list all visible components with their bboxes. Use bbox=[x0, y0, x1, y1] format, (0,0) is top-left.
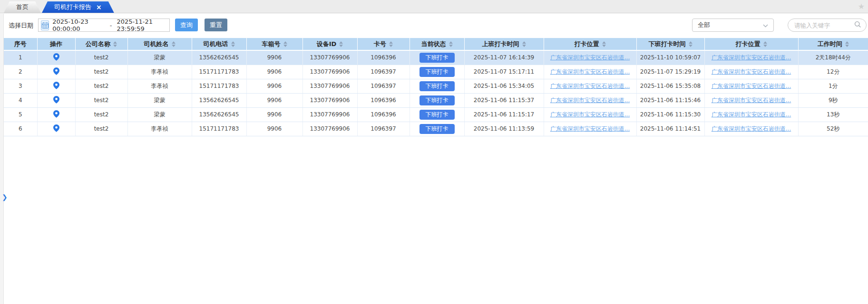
sidebar-expand-chevron-icon[interactable]: ❯ bbox=[2, 194, 8, 200]
cell-device-id: 13307769906 bbox=[302, 107, 357, 122]
clock-in-location-link[interactable]: 广东省深圳市宝安区石岩街道... bbox=[550, 68, 630, 75]
date-range-picker[interactable]: 2025-10-23 00:00:00 - 2025-11-21 23:59:5… bbox=[38, 19, 170, 32]
cell-work-duration: 9秒 bbox=[798, 93, 868, 107]
search-icon[interactable] bbox=[854, 21, 861, 30]
header-status[interactable]: 当前状态 bbox=[410, 38, 464, 50]
clock-out-location-link[interactable]: 广东省深圳市宝安区石岩街道... bbox=[712, 54, 791, 61]
cell-clock-out-time: 2025-11-06 11:15:46 bbox=[636, 93, 704, 107]
calendar-icon[interactable] bbox=[41, 20, 49, 30]
status-button[interactable]: 下班打卡 bbox=[419, 67, 455, 77]
sort-arrows-icon bbox=[763, 41, 767, 47]
header-clock-out-location[interactable]: 打卡位置 bbox=[704, 38, 798, 50]
cell-index: 6 bbox=[4, 122, 37, 136]
cell-driver-phone: 15171171783 bbox=[192, 79, 246, 93]
cell-actions bbox=[37, 50, 75, 65]
clock-out-location-link[interactable]: 广东省深圳市宝安区石岩街道... bbox=[712, 125, 791, 132]
cell-index: 4 bbox=[4, 93, 37, 107]
clock-out-location-link[interactable]: 广东省深圳市宝安区石岩街道... bbox=[712, 68, 791, 75]
location-pin-icon[interactable] bbox=[53, 82, 59, 89]
cell-device-id: 13307769906 bbox=[302, 65, 357, 79]
table-row[interactable]: 1 test2 梁蒙 13562626545 9906 13307769906 … bbox=[4, 50, 868, 65]
header-driver-phone[interactable]: 司机电话 bbox=[192, 38, 246, 50]
tab-bar: 首页 司机打卡报告 × bbox=[0, 0, 868, 13]
cell-clock-out-time: 2025-11-10 10:59:07 bbox=[636, 50, 704, 65]
header-clock-in-location[interactable]: 打卡位置 bbox=[544, 38, 636, 50]
clock-in-location-link[interactable]: 广东省深圳市宝安区石岩街道... bbox=[550, 111, 630, 118]
table-row[interactable]: 4 test2 梁蒙 13562626545 9906 13307769906 … bbox=[4, 93, 868, 107]
cell-status: 下班打卡 bbox=[410, 93, 464, 107]
cell-vehicle-no: 9906 bbox=[246, 65, 302, 79]
clock-in-location-link[interactable]: 广东省深圳市宝安区石岩街道... bbox=[550, 54, 630, 61]
sort-arrows-icon bbox=[845, 41, 849, 47]
favorite-star-icon[interactable]: ★ bbox=[858, 2, 865, 11]
cell-actions bbox=[37, 65, 75, 79]
status-button[interactable]: 下班打卡 bbox=[419, 110, 455, 120]
header-device-id[interactable]: 设备ID bbox=[302, 38, 357, 50]
date-end-value[interactable]: 2025-11-21 23:59:59 bbox=[117, 18, 169, 32]
date-start-value[interactable]: 2025-10-23 00:00:00 bbox=[52, 18, 105, 32]
clock-in-location-link[interactable]: 广东省深圳市宝安区石岩街道... bbox=[550, 97, 630, 104]
reset-button[interactable]: 重置 bbox=[205, 19, 227, 31]
sort-arrows-icon bbox=[113, 41, 117, 47]
cell-actions bbox=[37, 93, 75, 107]
cell-driver-phone: 13562626545 bbox=[192, 50, 246, 65]
location-pin-icon[interactable] bbox=[53, 110, 59, 118]
table-row[interactable]: 5 test2 梁蒙 13562626545 9906 13307769906 … bbox=[4, 107, 868, 122]
clock-in-location-link[interactable]: 广东省深圳市宝安区石岩街道... bbox=[550, 125, 630, 132]
cell-clock-in-location: 广东省深圳市宝安区石岩街道... bbox=[544, 50, 636, 65]
table-row[interactable]: 6 test2 李孝祯 15171171783 9906 13307769906… bbox=[4, 122, 868, 136]
keyword-search[interactable] bbox=[788, 19, 867, 32]
query-button[interactable]: 查询 bbox=[175, 19, 198, 31]
filter-dropdown[interactable]: 全部 bbox=[692, 19, 774, 32]
search-input[interactable] bbox=[794, 22, 854, 29]
clock-out-location-link[interactable]: 广东省深圳市宝安区石岩街道... bbox=[712, 97, 791, 104]
cell-card-no: 1096397 bbox=[357, 79, 410, 93]
cell-clock-out-location: 广东省深圳市宝安区石岩街道... bbox=[704, 107, 798, 122]
cell-card-no: 1096397 bbox=[357, 122, 410, 136]
cell-device-id: 13307769906 bbox=[302, 93, 357, 107]
header-clock-out-time[interactable]: 下班打卡时间 bbox=[636, 38, 704, 50]
sort-arrows-icon bbox=[283, 41, 287, 47]
close-icon[interactable]: × bbox=[96, 4, 102, 10]
location-pin-icon[interactable] bbox=[53, 96, 59, 104]
cell-vehicle-no: 9906 bbox=[246, 93, 302, 107]
location-pin-icon[interactable] bbox=[53, 124, 59, 132]
cell-actions bbox=[37, 122, 75, 136]
cell-actions bbox=[37, 107, 75, 122]
status-button[interactable]: 下班打卡 bbox=[419, 95, 455, 105]
tab-driver-clock-report[interactable]: 司机打卡报告 × bbox=[42, 1, 114, 13]
cell-driver-name: 李孝祯 bbox=[127, 79, 192, 93]
sort-arrows-icon bbox=[231, 41, 235, 47]
header-work-duration[interactable]: 工作时间 bbox=[798, 38, 868, 50]
header-vehicle-no[interactable]: 车箱号 bbox=[246, 38, 302, 50]
cell-device-id: 13307769906 bbox=[302, 122, 357, 136]
location-pin-icon[interactable] bbox=[53, 53, 59, 61]
clock-in-location-link[interactable]: 广东省深圳市宝安区石岩街道... bbox=[550, 83, 630, 89]
status-button[interactable]: 下班打卡 bbox=[419, 53, 455, 63]
table-row[interactable]: 2 test2 李孝祯 15171171783 9906 13307769906… bbox=[4, 65, 868, 79]
cell-device-id: 13307769906 bbox=[302, 79, 357, 93]
cell-vehicle-no: 9906 bbox=[246, 50, 302, 65]
header-card-no[interactable]: 卡号 bbox=[357, 38, 410, 50]
clock-out-location-link[interactable]: 广东省深圳市宝安区石岩街道... bbox=[712, 83, 791, 89]
cell-clock-in-time: 2025-11-06 15:34:05 bbox=[464, 79, 544, 93]
status-button[interactable]: 下班打卡 bbox=[419, 81, 455, 91]
cell-work-duration: 52秒 bbox=[798, 122, 868, 136]
clock-out-location-link[interactable]: 广东省深圳市宝安区石岩街道... bbox=[712, 111, 791, 118]
cell-clock-out-time: 2025-11-06 15:35:08 bbox=[636, 79, 704, 93]
status-button[interactable]: 下班打卡 bbox=[419, 124, 455, 134]
header-index: 序号 bbox=[4, 38, 37, 50]
cell-index: 3 bbox=[4, 79, 37, 93]
table-row[interactable]: 3 test2 李孝祯 15171171783 9906 13307769906… bbox=[4, 79, 868, 93]
header-company[interactable]: 公司名称 bbox=[75, 38, 127, 50]
header-actions: 操作 bbox=[37, 38, 75, 50]
cell-clock-in-time: 2025-11-06 11:15:37 bbox=[464, 93, 544, 107]
location-pin-icon[interactable] bbox=[53, 67, 59, 75]
header-driver-name[interactable]: 司机姓名 bbox=[127, 38, 192, 50]
cell-status: 下班打卡 bbox=[410, 107, 464, 122]
filter-toolbar: 选择日期 2025-10-23 00:00:00 - 2025-11-21 23… bbox=[0, 14, 868, 38]
tab-home[interactable]: 首页 bbox=[4, 1, 41, 13]
header-clock-in-time[interactable]: 上班打卡时间 bbox=[464, 38, 544, 50]
cell-status: 下班打卡 bbox=[410, 122, 464, 136]
cell-company: test2 bbox=[75, 50, 127, 65]
